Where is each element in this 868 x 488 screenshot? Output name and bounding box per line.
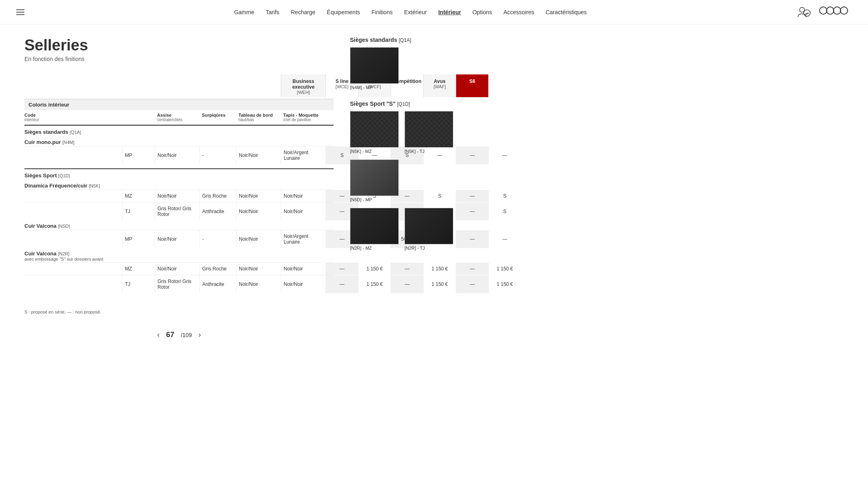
coloris-header: Coloris intérieur [24, 99, 334, 110]
navbar: Gamme Tarifs Recharge Équipements Finiti… [0, 0, 868, 24]
col-label-assise: Assisecentrale/côtés [155, 112, 199, 123]
standards-seats: [N4M] - MP [350, 47, 464, 92]
row-code: MP [122, 230, 155, 248]
subsection-dinamica: Dinamica Fréquence/cuir [N5K] [24, 180, 334, 190]
sport-seats: [N5K] - MZ [N5K] - TJ [N5D] - MP [350, 111, 464, 253]
row-f6: S [488, 203, 521, 220]
row-assise: Noir/Noir [155, 263, 199, 275]
nav-links: Gamme Tarifs Recharge Équipements Finiti… [234, 9, 587, 15]
seat-n4m-mp: [N4M] - MP [350, 47, 399, 90]
nav-accessoires[interactable]: Accessoires [503, 9, 534, 15]
row-desc [24, 275, 122, 293]
pagination: ‹ 67 /109 › [24, 331, 334, 339]
table-row: MP Noir/Noir - Noir/Noir Noir/Argent Lun… [24, 146, 334, 164]
row-tableau: Noir/Noir [236, 263, 281, 275]
page-total: /109 [181, 332, 192, 338]
nav-options[interactable]: Options [472, 9, 492, 15]
row-tapis: Noir/Argent Lunaire [281, 146, 326, 164]
next-page-button[interactable]: › [199, 331, 201, 339]
row-assise: Gris Rotor/ Gris Rotor [155, 275, 199, 293]
row-surpiqures: - [199, 146, 236, 164]
svg-point-6 [840, 7, 848, 14]
nav-gamme[interactable]: Gamme [234, 9, 254, 15]
menu-icon[interactable] [16, 9, 24, 15]
legend: S : proposé en série, — : non proposé. [24, 309, 334, 314]
col-label-desc: Code intérieur [24, 112, 122, 123]
main-content: Selleries En fonction des finitions Busi… [0, 24, 488, 364]
seat-n5k-mz: [N5K] - MZ [350, 111, 399, 154]
seat-n5k-tj: [N5K] - TJ [404, 111, 453, 154]
row-code: TJ [122, 203, 155, 220]
row-surpiqures: - [199, 230, 236, 248]
nav-interieur[interactable]: Intérieur [438, 9, 461, 15]
table-row: TJ Gris Rotor/ Gris Rotor Anthracite Noi… [24, 275, 334, 293]
row-f6: S [488, 190, 521, 202]
nav-exterieur[interactable]: Extérieur [404, 9, 427, 15]
row-tapis: Noir/Noir [281, 263, 326, 275]
col-labels: Code intérieur Assisecentrale/côtés Surp… [24, 110, 334, 125]
row-f6: 1 150 € [488, 263, 521, 275]
svg-text:⇄: ⇄ [805, 11, 809, 16]
col-label-tapis: Tapis - Moquette/ciel de pavillon [281, 112, 326, 123]
col-label-tableau: Tableau de bordhaut/bas [236, 112, 281, 123]
row-surpiqures: Anthracite [199, 203, 236, 220]
prev-page-button[interactable]: ‹ [157, 331, 160, 339]
row-tableau: Noir/Noir [236, 230, 281, 248]
row-code: MZ [122, 263, 155, 275]
nav-caracteristiques[interactable]: Caractéristiques [546, 9, 587, 15]
fin-business: Business executive [WEH] [281, 74, 326, 97]
row-tapis: Noir/Noir [281, 190, 326, 202]
table-area: Selleries En fonction des finitions Busi… [24, 37, 334, 339]
row-tableau: Noir/Noir [236, 190, 281, 202]
row-surpiqures: Anthracite [199, 275, 236, 293]
finition-headers: Business executive [WEH] S line [WCE] Ad… [24, 74, 334, 97]
seat-n2r-tj: [N2R] - TJ [404, 208, 453, 251]
row-assise: Noir/Noir [155, 230, 199, 248]
table-row: MZ Noir/Noir Gris Roche Noir/Noir Noir/N… [24, 190, 334, 202]
page-subtitle: En fonction des finitions [24, 56, 334, 62]
user-icon[interactable]: ⇄ [796, 5, 811, 20]
nav-tarifs[interactable]: Tarifs [266, 9, 279, 15]
nav-recharge[interactable]: Recharge [291, 9, 315, 15]
col-label-surpiqures: Surpiqûres [199, 112, 236, 123]
col-label-f6 [488, 112, 521, 123]
svg-point-5 [833, 7, 841, 14]
subsection-valcona-nsd: Cuir Valcona [NSD] [24, 220, 334, 230]
row-tapis: Noir/Noir [281, 275, 326, 293]
row-desc [24, 146, 122, 164]
table-row: TJ Gris Rotor/ Gris Rotor Anthracite Noi… [24, 202, 334, 220]
row-assise: Noir/Noir [155, 190, 199, 202]
row-assise: Noir/Noir [155, 146, 199, 164]
sport-title: Sièges Sport "S" [Q1D] [350, 100, 464, 107]
audi-logo [819, 4, 852, 20]
section-sieges-standards: Sièges standards [Q1A] [24, 125, 334, 137]
row-desc [24, 263, 122, 275]
row-tapis: Noir/Noir [281, 203, 326, 220]
row-tableau: Noir/Noir [236, 275, 281, 293]
nav-right: ⇄ [796, 4, 852, 20]
row-tableau: Noir/Noir [236, 146, 281, 164]
nav-equipements[interactable]: Équipements [327, 9, 360, 15]
subsection-cuir-mono: Cuir mono.pur [N4M] [24, 137, 334, 146]
right-panel: Sièges standards [Q1A] [N4M] - MP Sièges… [350, 37, 464, 339]
svg-point-3 [820, 7, 827, 14]
section-sieges-sport: Sièges Sport [Q1D] [24, 168, 334, 180]
row-f6: — [488, 146, 521, 164]
row-f6: — [488, 230, 521, 248]
nav-finitions[interactable]: Finitions [372, 9, 393, 15]
row-surpiqures: Gris Roche [199, 263, 236, 275]
row-f6: 1 150 € [488, 275, 521, 293]
row-code: TJ [122, 275, 155, 293]
col-label-code [122, 112, 155, 123]
row-tableau: Noir/Noir [236, 203, 281, 220]
row-desc [24, 203, 122, 220]
seat-n5d-mp: [N5D] - MP [350, 159, 399, 202]
page-title: Selleries [24, 37, 334, 54]
coloris-label: Coloris intérieur [28, 102, 330, 108]
table-row: MZ Noir/Noir Gris Roche Noir/Noir Noir/N… [24, 262, 334, 275]
row-code: MP [122, 146, 155, 164]
svg-point-4 [826, 7, 834, 14]
subsection-valcona-n2r: Cuir Valcona [N2R] avec embossage "S" su… [24, 248, 334, 262]
seat-n2r-mz: [N2R] - MZ [350, 208, 399, 251]
row-tapis: Noir/Argent Lunaire [281, 230, 326, 248]
